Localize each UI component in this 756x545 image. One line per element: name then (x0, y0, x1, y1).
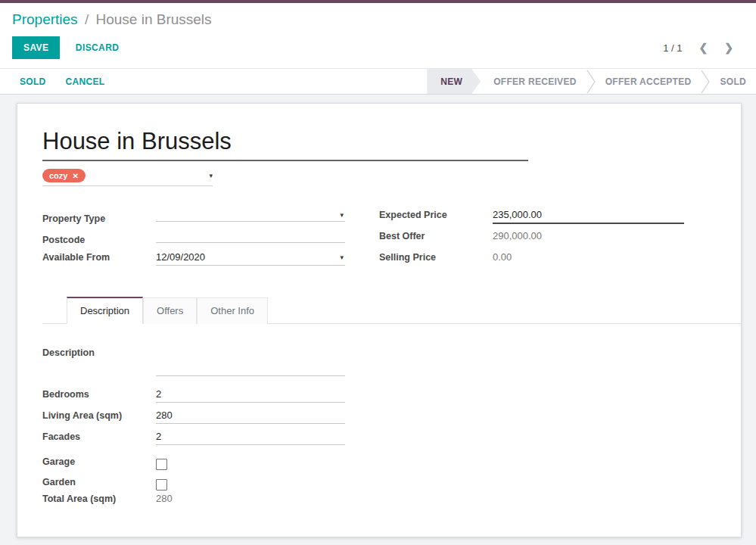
chevron-down-icon[interactable]: ▾ (340, 211, 344, 219)
facades-input[interactable]: 2 (156, 431, 345, 445)
form-buttons: SAVE DISCARD (12, 36, 119, 59)
stage-sold[interactable]: SOLD (710, 69, 756, 94)
pager: 1 / 1 ❮ ❯ (663, 42, 744, 54)
tab-content-description: Description Bedrooms 2 Living Area (sqm)… (42, 324, 741, 513)
living-area-label: Living Area (sqm) (42, 410, 156, 421)
field-group: Property Type ▾ Postcode Available From … (42, 209, 741, 272)
property-type-select[interactable]: ▾ (156, 209, 345, 222)
field-row-available-from: Available From 12/09/2020 ▾ (42, 251, 345, 272)
best-offer-label: Best Offer (379, 231, 493, 241)
field-row-living-area: Living Area (sqm) 280 (42, 410, 741, 430)
postcode-input[interactable] (156, 230, 345, 243)
field-row-expected-price: Expected Price 235,000.00 (379, 209, 684, 230)
tab-offers[interactable]: Offers (143, 297, 197, 324)
save-button[interactable]: SAVE (12, 36, 60, 59)
expected-price-input[interactable]: 235,000.00 (493, 209, 684, 224)
field-row-garden: Garden (42, 472, 741, 492)
form-view: House in Brussels cozy ✕ ▾ Property Type… (0, 95, 756, 537)
garden-label: Garden (42, 477, 156, 487)
bedrooms-input[interactable]: 2 (156, 388, 345, 403)
field-row-property-type: Property Type ▾ (42, 209, 345, 230)
available-from-date-input[interactable]: 12/09/2020 ▾ (156, 251, 345, 266)
tag-pill: cozy ✕ (42, 169, 86, 182)
description-input[interactable] (156, 347, 345, 376)
notebook-tabs: Description Offers Other Info (42, 297, 742, 324)
garage-label: Garage (42, 456, 156, 467)
field-row-garage: Garage (42, 452, 741, 472)
postcode-label: Postcode (42, 235, 156, 245)
tab-other-info[interactable]: Other Info (197, 297, 268, 324)
discard-button[interactable]: DISCARD (76, 42, 119, 53)
stage-offer-accepted[interactable]: OFFER ACCEPTED (596, 69, 702, 94)
facades-label: Facades (42, 431, 156, 442)
available-from-label: Available From (42, 252, 156, 263)
pager-previous-icon[interactable]: ❮ (699, 42, 708, 53)
tab-description[interactable]: Description (67, 297, 143, 324)
sold-button[interactable]: SOLD (20, 76, 46, 87)
total-area-value: 280 (156, 493, 345, 506)
chevron-down-icon[interactable]: ▾ (209, 172, 213, 179)
field-row-total-area: Total Area (sqm) 280 (42, 493, 741, 513)
field-row-bedrooms: Bedrooms 2 (42, 388, 741, 409)
field-row-facades: Facades 2 (42, 431, 741, 451)
cancel-button[interactable]: CANCEL (66, 76, 105, 87)
stage-offer-received[interactable]: OFFER RECEIVED (484, 69, 586, 94)
selling-price-value: 0.00 (493, 251, 684, 265)
property-name-input[interactable]: House in Brussels (42, 128, 528, 161)
field-row-description: Description (42, 347, 741, 376)
living-area-input[interactable]: 280 (156, 410, 345, 424)
expected-price-label: Expected Price (379, 210, 493, 220)
total-area-label: Total Area (sqm) (42, 494, 156, 504)
tag-label: cozy (49, 171, 67, 180)
description-label: Description (42, 347, 156, 358)
statusbar-stages: NEW OFFER RECEIVED OFFER ACCEPTED SOLD (427, 69, 756, 94)
field-row-selling-price: Selling Price 0.00 (379, 251, 684, 272)
best-offer-value: 290,000.00 (493, 230, 684, 244)
breadcrumb-parent-link[interactable]: Properties (12, 11, 78, 27)
breadcrumb-current: House in Brussels (95, 11, 211, 27)
tags-input[interactable]: cozy ✕ ▾ (42, 169, 213, 186)
form-sheet: House in Brussels cozy ✕ ▾ Property Type… (17, 103, 742, 537)
chevron-down-icon[interactable]: ▾ (340, 254, 344, 261)
pager-next-icon[interactable]: ❯ (724, 42, 733, 53)
selling-price-label: Selling Price (379, 252, 493, 263)
breadcrumb-separator: / (82, 11, 92, 27)
field-row-postcode: Postcode (42, 230, 345, 251)
stage-new[interactable]: NEW (427, 69, 481, 94)
garage-checkbox[interactable] (156, 459, 167, 470)
stage-separator-icon (586, 70, 596, 94)
statusbar-actions: SOLD CANCEL (0, 69, 104, 94)
bedrooms-label: Bedrooms (42, 389, 156, 400)
tag-remove-icon[interactable]: ✕ (72, 172, 78, 180)
statusbar: SOLD CANCEL NEW OFFER RECEIVED OFFER ACC… (0, 69, 756, 95)
stage-separator-icon (701, 70, 710, 94)
field-row-best-offer: Best Offer 290,000.00 (379, 230, 684, 251)
pager-count: 1 / 1 (663, 42, 682, 54)
field-column-right: Expected Price 235,000.00 Best Offer 290… (379, 209, 684, 272)
garden-checkbox[interactable] (156, 479, 167, 490)
control-panel: SAVE DISCARD 1 / 1 ❮ ❯ (0, 30, 756, 69)
property-type-label: Property Type (42, 213, 156, 224)
breadcrumb: Properties / House in Brussels (0, 3, 756, 30)
field-column-left: Property Type ▾ Postcode Available From … (42, 209, 345, 272)
